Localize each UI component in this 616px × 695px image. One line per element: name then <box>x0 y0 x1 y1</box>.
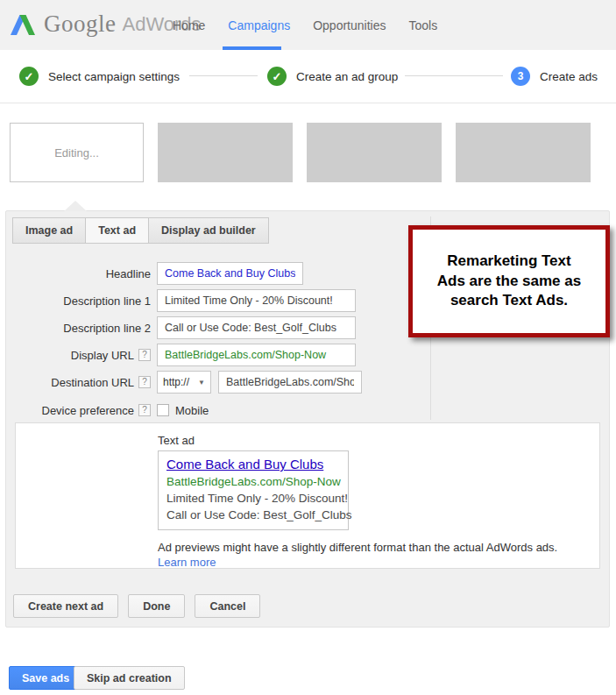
headline-row: Headline <box>6 262 303 285</box>
check-icon: ✓ <box>19 67 39 86</box>
callout-text-line: search Text Ads. <box>450 291 568 311</box>
ad-type-tabs: Image ad Text ad Display ad builder <box>12 217 269 244</box>
preview-ad-display-url: BattleBridgeLabs.com/Shop-Now <box>166 473 340 490</box>
description2-label: Description line 2 <box>6 322 151 335</box>
skip-ad-creation-button[interactable]: Skip ad creation <box>74 666 185 690</box>
help-icon[interactable]: ? <box>138 376 151 388</box>
logo-google-text: Google <box>44 11 116 38</box>
adwords-a-icon <box>11 13 35 36</box>
step-label: Create ads <box>540 70 598 83</box>
check-icon: ✓ <box>267 67 287 86</box>
device-preference-row: Device preference ? Mobile <box>6 399 209 422</box>
callout-text-line: Remarketing Text <box>447 252 570 272</box>
step-create-ads: 3 Create ads <box>511 67 598 86</box>
preview-ad-description2: Call or Use Code: Best_Golf_Clubs <box>166 507 340 523</box>
step-label: Create an ad group <box>296 70 398 83</box>
description2-row: Description line 2 <box>6 316 356 339</box>
help-icon[interactable]: ? <box>138 349 151 361</box>
description1-label: Description line 1 <box>6 294 151 308</box>
ad-preview-box: Come Back and Buy Clubs BattleBridgeLabs… <box>158 450 349 530</box>
create-next-ad-button[interactable]: Create next ad <box>13 594 118 618</box>
step-number-badge: 3 <box>511 67 530 86</box>
ad-editor-panel: Image ad Text ad Display ad builder Head… <box>5 210 610 628</box>
main-nav: Home Campaigns Opportunities Tools <box>173 0 460 50</box>
destination-url-label: Destination URL <box>51 376 134 389</box>
step-connector <box>189 75 258 76</box>
top-header: Google AdWords Home Campaigns Opportunit… <box>0 0 616 50</box>
tab-image-ad[interactable]: Image ad <box>12 217 86 244</box>
nav-item-campaigns[interactable]: Campaigns <box>228 18 290 32</box>
headline-input[interactable] <box>157 262 303 285</box>
protocol-select[interactable]: http:// ▼ <box>157 371 211 394</box>
remarketing-callout: Remarketing Text Ads are the same as sea… <box>408 225 610 337</box>
panel-pointer-notch <box>64 201 87 211</box>
description1-input[interactable] <box>157 289 356 312</box>
step-connector <box>405 75 503 76</box>
step-select-campaign-settings: ✓ Select campaign settings <box>19 67 180 86</box>
headline-label: Headline <box>6 267 151 280</box>
description1-row: Description line 1 <box>6 289 356 312</box>
ad-card-editing[interactable]: Editing... <box>10 123 144 182</box>
editing-label: Editing... <box>54 146 99 160</box>
mobile-checkbox[interactable] <box>157 404 169 416</box>
tab-display-ad-builder[interactable]: Display ad builder <box>148 217 269 244</box>
display-url-label: Display URL <box>71 349 134 362</box>
cancel-button[interactable]: Cancel <box>195 594 260 618</box>
mobile-checkbox-label: Mobile <box>175 404 209 417</box>
destination-url-row: Destination URL ? http:// ▼ <box>6 371 362 394</box>
callout-text-line: Ads are the same as <box>437 272 581 292</box>
adwords-create-ads-page: Google AdWords Home Campaigns Opportunit… <box>0 0 616 695</box>
done-button[interactable]: Done <box>128 594 185 618</box>
preview-title: Text ad <box>158 434 557 447</box>
nav-item-tools[interactable]: Tools <box>408 18 437 32</box>
display-url-row: Display URL ? <box>6 344 356 366</box>
device-preference-label: Device preference <box>42 404 135 417</box>
ad-card-placeholder[interactable] <box>158 123 293 182</box>
nav-item-home[interactable]: Home <box>173 18 205 32</box>
help-icon[interactable]: ? <box>138 404 151 416</box>
step-label: Select campaign settings <box>48 70 180 83</box>
ad-card-placeholder[interactable] <box>307 123 442 182</box>
preview-ad-description1: Limited Time Only - 20% Discount! <box>166 490 340 507</box>
ad-preview-section: Text ad Come Back and Buy Clubs BattleBr… <box>15 422 600 569</box>
protocol-selected-value: http:// <box>163 376 189 388</box>
destination-url-input[interactable] <box>218 371 362 394</box>
description2-input[interactable] <box>157 316 356 339</box>
learn-more-link[interactable]: Learn more <box>158 556 216 569</box>
step-create-ad-group: ✓ Create an ad group <box>267 67 398 86</box>
chevron-down-icon: ▼ <box>198 379 205 387</box>
ad-card-placeholder[interactable] <box>456 123 591 182</box>
preview-ad-headline-link[interactable]: Come Back and Buy Clubs <box>166 456 340 473</box>
preview-disclaimer: Ad previews might have a slightly differ… <box>158 541 557 554</box>
display-url-input[interactable] <box>157 344 356 366</box>
save-ads-button[interactable]: Save ads <box>9 666 82 690</box>
progress-steps: ✓ Select campaign settings ✓ Create an a… <box>0 50 616 103</box>
nav-item-opportunities[interactable]: Opportunities <box>313 18 386 32</box>
editor-actions: Create next ad Done Cancel <box>13 594 270 618</box>
tab-text-ad[interactable]: Text ad <box>85 217 149 244</box>
